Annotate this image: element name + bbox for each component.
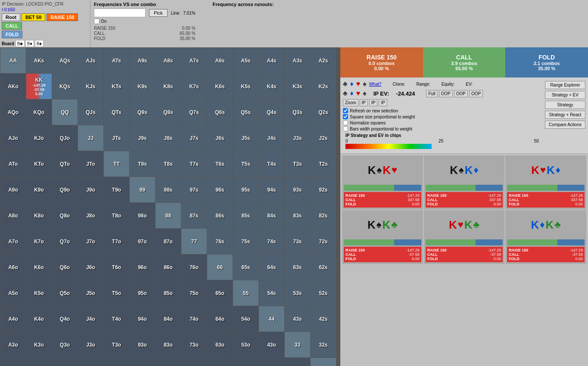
matrix-cell[interactable]: A5s (233, 48, 258, 73)
matrix-cell[interactable]: T2o (104, 358, 129, 366)
freq-pick-button[interactable]: Pick (149, 9, 168, 17)
matrix-cell[interactable]: 52s (311, 280, 336, 306)
matrix-cell[interactable]: 98s (156, 177, 181, 202)
matrix-cell[interactable]: 76s (207, 229, 233, 254)
matrix-cell[interactable]: T4o (104, 306, 129, 332)
matrix-cell[interactable]: K9o (26, 177, 52, 202)
normalize-checkbox[interactable] (343, 120, 348, 125)
matrix-cell[interactable]: 54s (259, 280, 284, 306)
clone-oop1-btn[interactable]: OOP (439, 90, 453, 97)
matrix-cell[interactable]: 74o (181, 306, 207, 332)
matrix-cell[interactable]: ATs (104, 48, 129, 73)
matrix-cell[interactable]: T7s (181, 151, 207, 177)
matrix-cell[interactable]: K8o (26, 203, 52, 228)
matrix-cell[interactable]: 66 (207, 254, 233, 280)
matrix-cell[interactable]: AJs (78, 48, 103, 73)
matrix-cell[interactable]: A7s (181, 48, 207, 73)
matrix-cell[interactable]: Q2s (311, 99, 336, 125)
range-explorer-btn[interactable]: Range Explorer (545, 81, 585, 89)
matrix-cell[interactable]: A9o (0, 177, 26, 202)
fold-button[interactable]: FOLD (2, 31, 22, 38)
matrix-cell[interactable]: T3o (104, 332, 129, 357)
matrix-cell[interactable]: 55 (233, 280, 258, 306)
matrix-cell[interactable]: 54o (233, 306, 258, 332)
matrix-cell[interactable]: 53s (285, 280, 310, 306)
matrix-cell[interactable]: T8s (156, 151, 181, 177)
matrix-cell[interactable]: 63o (207, 332, 233, 357)
matrix-cell[interactable]: 44 (259, 306, 284, 332)
matrix-cell[interactable]: T6s (207, 151, 233, 177)
matrix-cell[interactable]: JTo (78, 151, 103, 177)
matrix-cell[interactable]: T5o (104, 280, 129, 306)
matrix-cell[interactable]: A8s (156, 48, 181, 73)
matrix-cell[interactable]: 32s (311, 332, 336, 357)
matrix-cell[interactable]: Q7o (52, 229, 78, 254)
matrix-cell[interactable]: J9s (130, 125, 155, 151)
matrix-cell[interactable]: AJo (0, 125, 26, 151)
what-link[interactable]: What? (369, 82, 382, 87)
matrix-cell[interactable]: Q6o (52, 254, 78, 280)
matrix-cell[interactable]: T6o (104, 254, 129, 280)
matrix-cell[interactable]: 77 (181, 229, 207, 254)
strategy-react-btn[interactable]: Strategy + React (545, 111, 585, 119)
matrix-cell[interactable]: 43o (259, 332, 284, 357)
matrix-cell[interactable]: J8s (156, 125, 181, 151)
matrix-cell[interactable]: J7s (181, 125, 207, 151)
matrix-cell[interactable]: 53o (233, 332, 258, 357)
matrix-cell[interactable]: 22 (311, 358, 336, 366)
matrix-cell[interactable]: 95o (130, 280, 155, 306)
matrix-cell[interactable]: J4s (259, 125, 284, 151)
matrix-cell[interactable]: 96o (130, 254, 155, 280)
matrix-cell[interactable]: 93s (285, 177, 310, 202)
matrix-cell[interactable]: Q3o (52, 332, 78, 357)
matrix-cell[interactable]: 92o (130, 358, 155, 366)
matrix-cell[interactable]: 65o (207, 280, 233, 306)
matrix-cell[interactable]: J7o (78, 229, 103, 254)
matrix-cell[interactable]: 85s (233, 203, 258, 228)
matrix-cell[interactable]: QTs (104, 99, 129, 125)
matrix-cell[interactable]: 86s (207, 203, 233, 228)
square-size-checkbox[interactable] (343, 114, 348, 119)
matrix-cell[interactable]: KJs (78, 74, 103, 99)
matrix-cell[interactable]: A3s (285, 48, 310, 73)
matrix-cell[interactable]: 88 (156, 203, 181, 228)
matrix-cell[interactable]: J5s (233, 125, 258, 151)
matrix-cell[interactable]: Q5s (233, 99, 258, 125)
card-combo[interactable]: K♥K♣RAISE 150-147.29CALL-37.58FOLD0.00 (424, 210, 505, 264)
matrix-cell[interactable]: 64o (207, 306, 233, 332)
matrix-cell[interactable]: 84s (259, 203, 284, 228)
matrix-cell[interactable]: K3s (285, 74, 310, 99)
matrix-cell[interactable]: A2o (0, 358, 26, 366)
bet-button[interactable]: BET 50 (22, 13, 45, 21)
strategy-btn[interactable]: Strategy (545, 101, 585, 109)
matrix-cell[interactable]: T3s (285, 151, 310, 177)
matrix-cell[interactable]: A8o (0, 203, 26, 228)
matrix-cell[interactable]: K2s (311, 74, 336, 99)
matrix-cell[interactable]: 97o (130, 229, 155, 254)
matrix-cell[interactable]: Q4s (259, 99, 284, 125)
matrix-cell[interactable]: Q7s (181, 99, 207, 125)
matrix-cell[interactable]: AKo (0, 74, 26, 99)
matrix-cell[interactable]: J3s (285, 125, 310, 151)
matrix-cell[interactable]: K3o (26, 332, 52, 357)
card-combo[interactable]: K♠K♥RAISE 150-147.29CALL337.58FOLD0.00 (342, 155, 423, 209)
matrix-cell[interactable]: 62o (207, 358, 233, 366)
matrix-cell[interactable]: 43s (285, 306, 310, 332)
compare-actions-btn[interactable]: Compare Actions (545, 121, 585, 129)
matrix-cell[interactable]: J2o (78, 358, 103, 366)
refresh-checkbox[interactable] (343, 108, 348, 113)
matrix-cell[interactable]: Q2o (52, 358, 78, 366)
matrix-cell[interactable]: 75s (233, 229, 258, 254)
matrix-cell[interactable]: AKs (26, 48, 52, 73)
matrix-cell[interactable]: J9o (78, 177, 103, 202)
matrix-cell[interactable]: A5o (0, 280, 26, 306)
matrix-cell[interactable]: K5o (26, 280, 52, 306)
matrix-cell[interactable]: Q8s (156, 99, 181, 125)
matrix-cell[interactable]: AQs (52, 48, 78, 73)
matrix-cell[interactable]: K5s (233, 74, 258, 99)
strategy-ev-btn[interactable]: Strategy + EV (545, 91, 585, 99)
matrix-cell[interactable]: 72s (311, 229, 336, 254)
matrix-cell[interactable]: 87s (181, 203, 207, 228)
ip1-btn[interactable]: IP (360, 99, 368, 106)
matrix-cell[interactable]: 73s (285, 229, 310, 254)
